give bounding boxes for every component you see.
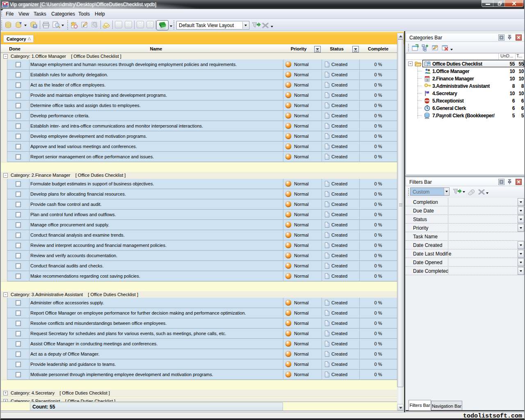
svg-text:5: 5 xyxy=(427,79,428,81)
